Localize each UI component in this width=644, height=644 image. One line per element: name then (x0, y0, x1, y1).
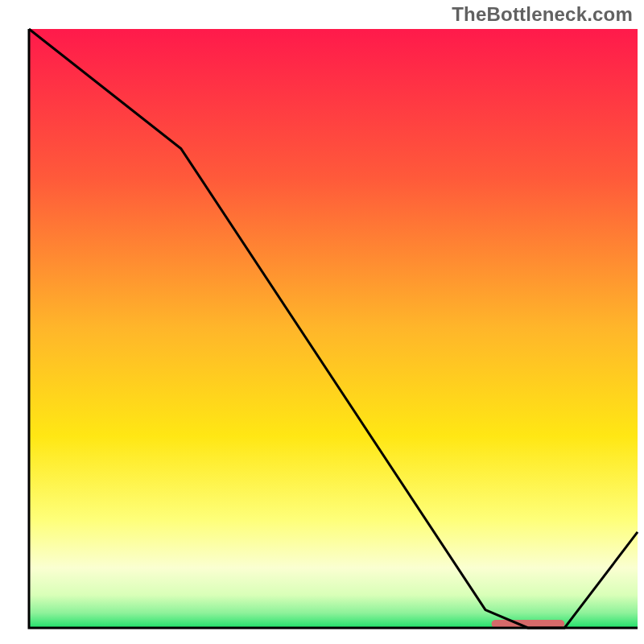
chart-svg (0, 0, 644, 644)
watermark-text: TheBottleneck.com (452, 3, 633, 26)
plot-background (29, 29, 638, 628)
chart-container: TheBottleneck.com (0, 0, 644, 644)
